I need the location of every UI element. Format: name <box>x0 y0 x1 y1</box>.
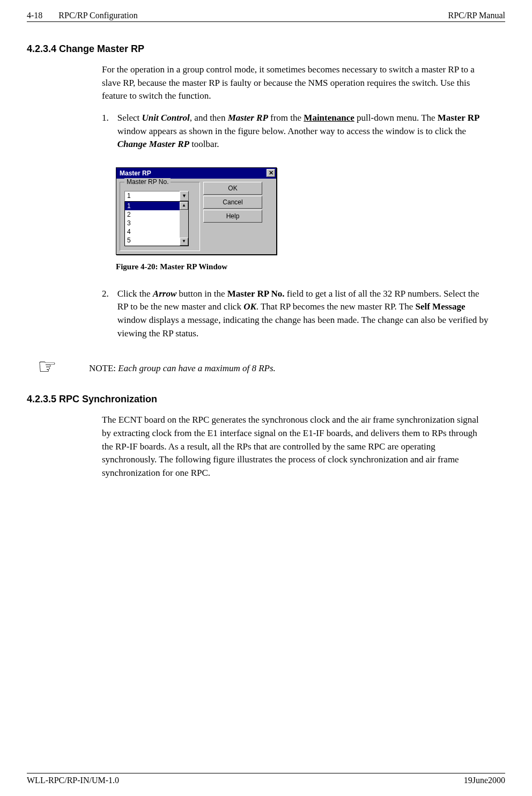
group-label: Master RP No. <box>124 178 171 186</box>
rp-listbox[interactable]: 1 2 3 4 5 ▲ ▼ <box>124 201 189 246</box>
dialog-title: Master RP <box>120 169 151 177</box>
list-item[interactable]: 1 <box>125 202 180 210</box>
footer-left: WLL-RPC/RP-IN/UM-1.0 <box>27 776 119 785</box>
page-header: 4-18 RPC/RP Configuration RPC/RP Manual <box>27 11 505 22</box>
list-item[interactable]: 4 <box>125 227 180 236</box>
section2-body: The ECNT board on the RPC generates the … <box>102 414 489 480</box>
section1-intro: For the operation in a group control mod… <box>102 63 489 103</box>
figure-caption: Figure 4-20: Master RP Window <box>116 262 505 271</box>
step-2: 2. Click the Arrow button in the Master … <box>102 288 489 341</box>
ok-button[interactable]: OK <box>203 182 262 195</box>
note-block: ☞ NOTE: Each group can have a maximum of… <box>38 356 505 378</box>
footer-right: 19June2000 <box>464 776 505 785</box>
list-item[interactable]: 5 <box>125 236 180 245</box>
step-1: 1. Select Unit Control, and then Master … <box>102 112 489 151</box>
pointing-hand-icon: ☞ <box>38 356 57 378</box>
page-number: 4-18 <box>27 11 42 20</box>
header-left-title: RPC/RP Configuration <box>58 11 137 20</box>
cancel-button[interactable]: Cancel <box>203 196 262 209</box>
step-2-text: Click the Arrow button in the Master RP … <box>117 288 489 341</box>
section-heading-change-master-rp: 4.2.3.4 Change Master RP <box>27 43 505 55</box>
master-rp-dropdown[interactable]: 1 ▼ <box>124 191 189 201</box>
scroll-up-icon[interactable]: ▲ <box>180 202 188 210</box>
note-text: NOTE: Each group can have a maximum of 8… <box>89 356 276 375</box>
master-rp-dialog: Master RP ✕ Master RP No. 1 ▼ 1 2 3 4 5 <box>116 167 277 255</box>
dialog-titlebar: Master RP ✕ <box>116 168 276 179</box>
master-rp-figure: Master RP ✕ Master RP No. 1 ▼ 1 2 3 4 5 <box>116 167 505 271</box>
scroll-down-icon[interactable]: ▼ <box>180 238 188 246</box>
step-1-text: Select Unit Control, and then Master RP … <box>117 112 489 151</box>
chevron-down-icon[interactable]: ▼ <box>180 191 189 201</box>
header-right-title: RPC/RP Manual <box>448 11 505 20</box>
listbox-scrollbar[interactable]: ▲ ▼ <box>180 202 188 246</box>
list-item[interactable]: 2 <box>125 210 180 219</box>
master-rp-no-group: Master RP No. 1 ▼ 1 2 3 4 5 ▲ ▼ <box>120 182 200 251</box>
close-icon[interactable]: ✕ <box>267 169 275 177</box>
dropdown-value: 1 <box>124 191 180 201</box>
list-item[interactable]: 3 <box>125 219 180 227</box>
help-button[interactable]: Help <box>203 210 262 223</box>
section-heading-rpc-sync: 4.2.3.5 RPC Synchronization <box>27 394 505 405</box>
page-footer: WLL-RPC/RP-IN/UM-1.0 19June2000 <box>27 773 505 785</box>
